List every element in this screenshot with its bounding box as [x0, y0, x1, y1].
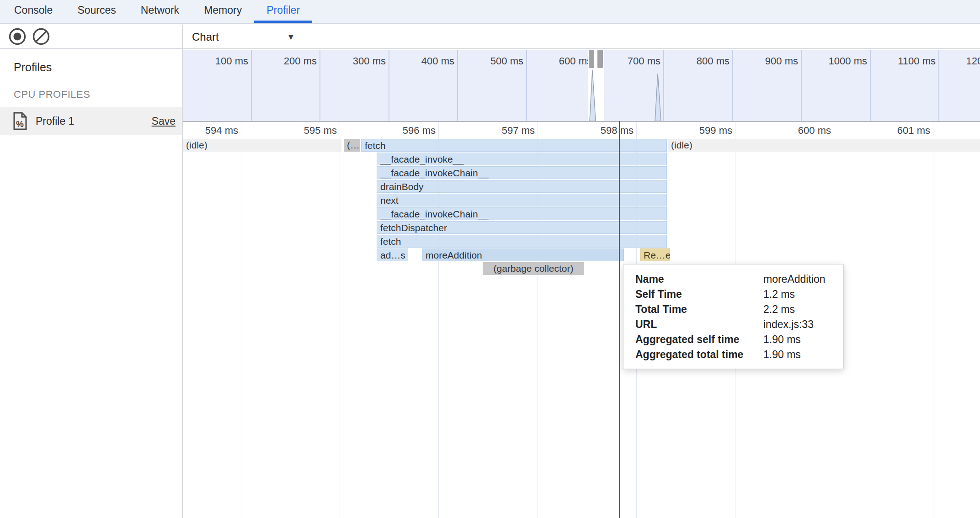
frame-garbage-collector[interactable]: (garbage collector) — [483, 262, 584, 275]
cpu-activity-spikes — [183, 50, 980, 121]
clear-icon — [32, 27, 50, 46]
tooltip-value: moreAddition — [763, 272, 826, 287]
frame-facade-invokechain[interactable]: __facade_invokeChain__ — [377, 166, 667, 179]
ruler-tick-label: 597 ms — [457, 125, 535, 137]
save-profile-link[interactable]: Save — [152, 115, 176, 127]
devtools-tab-bar: ConsoleSourcesNetworkMemoryProfiler — [0, 0, 980, 24]
ruler-tick-label: 599 ms — [655, 125, 732, 137]
view-mode-selected: Chart — [192, 31, 219, 43]
frame-item[interactable]: (… — [344, 139, 360, 152]
profiler-panel: ConsoleSourcesNetworkMemoryProfiler Prof… — [0, 0, 980, 518]
tooltip-value: 1.90 ms — [763, 347, 801, 362]
svg-text:%: % — [16, 119, 24, 129]
frame-tooltip: NamemoreAdditionSelf Time1.2 msTotal Tim… — [623, 264, 844, 369]
frame-idle[interactable]: (idle) — [668, 139, 980, 152]
tooltip-row: Aggregated total time1.90 ms — [623, 347, 843, 362]
view-mode-toolbar: Chart ▼ — [183, 25, 980, 49]
frame-next[interactable]: next — [377, 194, 667, 206]
frame-facade-invokechain[interactable]: __facade_invokeChain__ — [377, 207, 667, 220]
tab-sources[interactable]: Sources — [65, 0, 128, 23]
ruler-tick-label: 595 ms — [259, 125, 337, 137]
tooltip-label: Aggregated self time — [635, 332, 763, 347]
frame-re-e[interactable]: Re…e — [640, 248, 670, 261]
cpu-profiles-section-heading: CPU PROFILES — [14, 89, 182, 100]
tooltip-row: Total Time2.2 ms — [623, 302, 843, 317]
ruler-tick-label: 598 ms — [556, 125, 634, 137]
tab-memory[interactable]: Memory — [192, 0, 254, 23]
tooltip-label: Self Time — [635, 287, 763, 302]
frame-moreaddition[interactable]: moreAddition — [422, 248, 624, 261]
frame-idle[interactable]: (idle) — [183, 139, 341, 152]
timeline-overview[interactable]: 100 ms200 ms300 ms400 ms500 ms600 ms700 … — [183, 50, 980, 121]
flame-chart-pane: Chart ▼ 100 ms200 ms300 ms400 ms500 ms60… — [183, 25, 980, 518]
tooltip-row: NamemoreAddition — [623, 272, 843, 287]
clear-button[interactable] — [31, 26, 51, 47]
frame-facade-invoke[interactable]: __facade_invoke__ — [377, 153, 667, 165]
record-icon — [8, 27, 27, 46]
tooltip-label: Name — [635, 272, 763, 287]
tooltip-row: URLindex.js:33 — [623, 317, 843, 332]
time-scrubber[interactable] — [619, 121, 620, 518]
tab-profiler[interactable]: Profiler — [254, 0, 312, 23]
flame-chart: (idle)(…fetch(idle)__facade_invoke____fa… — [183, 137, 980, 518]
tooltip-row: Self Time1.2 ms — [623, 287, 843, 302]
view-mode-dropdown[interactable]: Chart ▼ — [183, 25, 302, 49]
profiles-sidebar: Profiles CPU PROFILES % Profile 1 Save — [0, 25, 183, 518]
tooltip-row: Aggregated self time1.90 ms — [623, 332, 843, 347]
frame-ad-s[interactable]: ad…s — [377, 248, 408, 261]
detail-time-ruler: 594 ms595 ms596 ms597 ms598 ms599 ms600 … — [183, 121, 980, 137]
profile-document-icon: % — [13, 112, 27, 130]
frame-fetch[interactable]: fetch — [377, 235, 667, 248]
tooltip-value: index.js:33 — [763, 317, 814, 332]
tooltip-label: Aggregated total time — [635, 347, 763, 362]
profile-list-item[interactable]: % Profile 1 Save — [0, 107, 182, 135]
profile-name: Profile 1 — [36, 115, 152, 127]
record-button[interactable] — [7, 26, 27, 47]
tooltip-value: 1.90 ms — [763, 332, 801, 347]
tooltip-value: 1.2 ms — [763, 287, 795, 302]
ruler-tick-label: 601 ms — [852, 125, 930, 137]
frame-fetchdispatcher[interactable]: fetchDispatcher — [377, 221, 667, 234]
tooltip-value: 2.2 ms — [763, 302, 795, 317]
tooltip-label: Total Time — [635, 302, 763, 317]
frame-fetch[interactable]: fetch — [361, 139, 667, 152]
profiles-heading: Profiles — [14, 61, 182, 74]
ruler-tick-label: 594 ms — [183, 125, 238, 137]
tab-list: ConsoleSourcesNetworkMemoryProfiler — [2, 0, 312, 23]
tab-console[interactable]: Console — [2, 0, 65, 23]
profiler-toolbar — [0, 25, 182, 49]
tab-network[interactable]: Network — [128, 0, 192, 23]
frame-drainbody[interactable]: drainBody — [377, 180, 667, 193]
dropdown-arrow-icon: ▼ — [287, 32, 295, 42]
tooltip-label: URL — [635, 317, 763, 332]
ruler-tick-label: 600 ms — [753, 125, 831, 137]
ruler-tick-label: 596 ms — [358, 125, 436, 137]
